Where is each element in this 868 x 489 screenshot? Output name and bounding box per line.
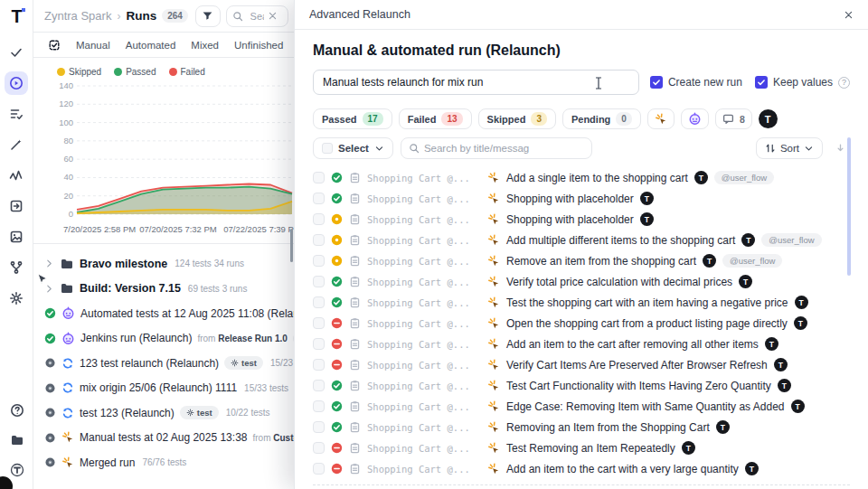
- run-row[interactable]: Jenkins run (Relaunch)from Release Run 1…: [44, 326, 294, 352]
- test-row[interactable]: Shopping Cart @... Add an item to the ca…: [313, 458, 850, 479]
- run-row[interactable]: Merged run76/76 tests: [44, 450, 294, 475]
- test-row[interactable]: Shopping Cart @... Remove an item from t…: [313, 250, 850, 271]
- test-title[interactable]: Open the shopping cart from a product li…: [506, 317, 788, 330]
- filter-chip-manual-burst[interactable]: [647, 108, 675, 129]
- filter-chip-robot[interactable]: [681, 108, 709, 129]
- run-folder-row[interactable]: Build: Version 7.1569 tests 3 runs: [44, 277, 294, 302]
- select-all-icon[interactable]: [48, 39, 61, 52]
- wand-nav[interactable]: [5, 133, 28, 156]
- sort-dropdown[interactable]: Sort: [756, 137, 823, 159]
- test-row[interactable]: Shopping Cart @... Test Removing an Item…: [313, 437, 850, 458]
- checkbox-keep-values[interactable]: Keep values ?: [755, 76, 850, 89]
- test-row[interactable]: Shopping Cart @... Open the shopping car…: [313, 313, 850, 334]
- breadcrumb-project[interactable]: Zyntra Spark: [44, 9, 111, 23]
- filter-chip-skipped[interactable]: Skipped 3: [478, 108, 556, 129]
- test-assignee-avatar[interactable]: T: [739, 275, 752, 288]
- test-row[interactable]: Shopping Cart @... Shopping with placeho…: [313, 188, 850, 209]
- test-title[interactable]: Verify total price calculation with deci…: [506, 276, 732, 288]
- test-title[interactable]: Removing an Item from the Shopping Cart: [506, 421, 710, 434]
- test-assignee-avatar[interactable]: T: [795, 296, 808, 309]
- test-row[interactable]: Shopping Cart @... Add an item to the ca…: [313, 334, 850, 354]
- test-row[interactable]: Shopping Cart @... Test Cart Functionali…: [313, 375, 850, 396]
- test-checkbox[interactable]: [313, 400, 325, 412]
- filter-chip-failed[interactable]: Failed 13: [399, 108, 472, 129]
- test-assignee-avatar[interactable]: T: [640, 192, 654, 205]
- chevron-right-icon[interactable]: [44, 259, 54, 268]
- test-title[interactable]: Add an item to the cart with a very larg…: [506, 463, 739, 475]
- run-name[interactable]: mix origin 25/06 (Relaunch) 1111: [80, 381, 237, 394]
- legend-item[interactable]: Skipped: [57, 67, 101, 77]
- tab-mixed[interactable]: Mixed: [191, 40, 219, 51]
- test-assignee-avatar[interactable]: T: [778, 379, 791, 392]
- filter-chip-comment[interactable]: 8: [715, 108, 752, 129]
- run-tag-badge[interactable]: test: [224, 356, 263, 370]
- run-tag-badge[interactable]: test: [180, 406, 219, 419]
- help-circle-nav[interactable]: [5, 399, 29, 422]
- tests-search-input[interactable]: Search by title/messag: [401, 137, 592, 159]
- gear-nav[interactable]: [5, 287, 28, 310]
- test-assignee-avatar[interactable]: T: [682, 441, 695, 455]
- filter-chip-passed[interactable]: Passed 17: [313, 108, 392, 129]
- legend-item[interactable]: Failed: [169, 67, 205, 77]
- left-scrollbar-thumb[interactable]: [290, 229, 293, 262]
- test-checkbox[interactable]: [313, 193, 325, 204]
- run-row[interactable]: Manual tests at 02 Aug 2025 13:38from Cu…: [44, 426, 294, 451]
- close-icon[interactable]: [268, 11, 282, 21]
- test-row[interactable]: Shopping Cart @... Add multiple differen…: [313, 230, 850, 250]
- test-title[interactable]: Add multiple different items to the shop…: [506, 234, 735, 247]
- test-title[interactable]: Test Removing an Item Repeatedly: [506, 442, 675, 455]
- activity-nav[interactable]: [5, 164, 28, 187]
- test-row[interactable]: Shopping Cart @... Test the shopping car…: [313, 292, 850, 313]
- select-checkbox[interactable]: [322, 143, 333, 154]
- checkbox-create-new-run[interactable]: Create new run: [650, 76, 742, 89]
- checkbox-checked-icon[interactable]: [650, 76, 663, 89]
- test-title[interactable]: Test Cart Functionality with Items Havin…: [506, 380, 771, 392]
- run-name[interactable]: Bravo milestone: [80, 258, 167, 270]
- test-checkbox[interactable]: [313, 213, 325, 225]
- test-title[interactable]: Shopping with placeholder: [506, 193, 634, 205]
- test-title[interactable]: Verify Cart Items Are Preserved After Br…: [506, 359, 768, 371]
- run-name[interactable]: Automated tests at 12 Aug 2025 11:08 (Re…: [80, 307, 294, 320]
- run-name[interactable]: test 123 (Relaunch): [80, 407, 175, 419]
- list-check-nav[interactable]: [5, 102, 28, 126]
- branch-nav[interactable]: [5, 256, 28, 279]
- run-name[interactable]: 123 test relaunch (Relaunch): [80, 357, 219, 370]
- filter-button[interactable]: [195, 5, 221, 27]
- run-row[interactable]: Automated tests at 12 Aug 2025 11:08 (Re…: [44, 301, 294, 326]
- test-checkbox[interactable]: [313, 442, 325, 454]
- legend-item[interactable]: Passed: [114, 67, 156, 77]
- test-row[interactable]: Shopping Cart @... Verify Cart Items Are…: [313, 354, 850, 375]
- runs-search-input[interactable]: Search [C: [226, 5, 288, 27]
- test-title[interactable]: Shopping with placeholder: [506, 213, 634, 226]
- test-checkbox[interactable]: [313, 276, 325, 287]
- test-checkbox[interactable]: [313, 463, 325, 475]
- test-checkbox[interactable]: [313, 380, 325, 391]
- run-row[interactable]: test 123 (Relaunch)test10/22 tests: [44, 400, 294, 426]
- assignee-avatar[interactable]: T: [759, 109, 778, 128]
- test-checkbox[interactable]: [313, 317, 325, 329]
- test-assignee-avatar[interactable]: T: [794, 316, 807, 330]
- test-title[interactable]: Edge Case: Removing Item with Same Quant…: [506, 400, 785, 413]
- modal-close-button[interactable]: [844, 10, 854, 20]
- run-name[interactable]: Build: Version 7.15: [80, 282, 181, 295]
- test-assignee-avatar[interactable]: T: [791, 400, 805, 413]
- tab-unfinished[interactable]: Unfinished: [234, 40, 283, 51]
- test-title[interactable]: Add a single item to the shopping cart: [506, 172, 688, 184]
- tab-automated[interactable]: Automated: [126, 40, 176, 51]
- test-assignee-avatar[interactable]: T: [741, 233, 755, 247]
- folder-nav[interactable]: [5, 428, 29, 452]
- test-assignee-avatar[interactable]: T: [703, 254, 716, 268]
- chevron-right-icon[interactable]: [44, 284, 54, 294]
- play-circle-nav[interactable]: [5, 71, 28, 95]
- test-tag-pill[interactable]: @user_flow: [722, 254, 782, 268]
- test-checkbox[interactable]: [313, 421, 325, 433]
- run-folder-row[interactable]: Bravo milestone124 tests 34 runs: [44, 251, 294, 277]
- filter-chip-pending[interactable]: Pending 0: [562, 108, 641, 129]
- help-circle-icon[interactable]: ?: [838, 77, 850, 89]
- test-checkbox[interactable]: [313, 296, 325, 308]
- test-checkbox[interactable]: [313, 359, 325, 371]
- test-checkbox[interactable]: [313, 338, 325, 350]
- test-assignee-avatar[interactable]: T: [745, 462, 759, 475]
- run-name[interactable]: Merged run: [80, 456, 135, 469]
- modal-scrollbar-thumb[interactable]: [847, 137, 851, 276]
